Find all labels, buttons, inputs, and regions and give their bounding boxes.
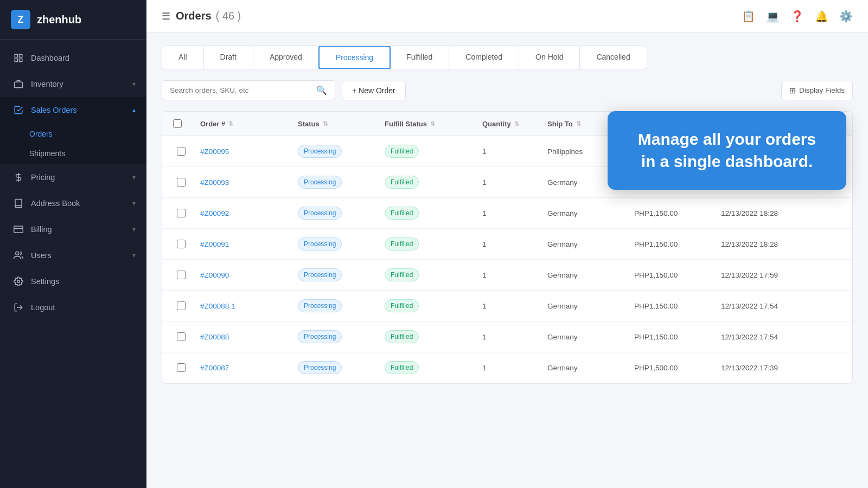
order-number-cell[interactable]: #Z00090 [195,262,292,288]
order-number-cell[interactable]: #Z00093 [195,170,292,195]
tab-processing[interactable]: Processing [318,46,391,69]
ship-to-cell: Germany [542,201,629,226]
row-checkbox-cell[interactable] [168,138,195,164]
select-all-checkbox[interactable] [173,119,182,128]
status-cell: Processing [292,198,379,228]
display-fields-button[interactable]: ⊞ Display Fields [781,81,853,100]
row-checkbox[interactable] [177,363,186,372]
row-checkbox[interactable] [177,240,186,248]
order-number-cell[interactable]: #Z00092 [195,201,292,226]
app-name: zhenhub [37,14,81,26]
row-checkbox-cell[interactable] [168,169,195,195]
created-cell: 12/13/2022 17:54 [716,293,802,319]
new-order-button[interactable]: + New Order [342,81,406,100]
sort-icon: ⇅ [514,120,519,127]
sidebar-item-users[interactable]: Users ▾ [0,242,146,268]
quantity-cell: 1 [477,355,542,381]
order-number-cell[interactable]: #Z00091 [195,232,292,257]
chevron-down-icon: ▾ [132,252,136,259]
tab-approved[interactable]: Approved [253,46,319,69]
created-cell: 12/13/2022 17:59 [716,262,802,288]
hamburger-icon[interactable]: ☰ [162,10,170,22]
total-price-cell: PHP1,150.00 [629,232,716,257]
status-badge-processing: Processing [298,207,342,220]
ship-to-cell: Germany [542,232,629,257]
sidebar-nav: Dashboard Inventory ▾ Sales Orders ▴ Ord… [0,40,146,488]
sidebar-item-label: Dashboard [31,54,69,62]
tooltip-overlay: Manage all your orders in a single dashb… [608,111,846,190]
tab-draft[interactable]: Draft [204,46,253,69]
th-fulfill-status[interactable]: Fulfill Status ⇅ [379,112,477,136]
status-badge-fulfilled: Fulfilled [385,330,419,343]
total-price-cell: PHP1,150.00 [629,324,716,350]
tab-all[interactable]: All [162,46,204,69]
status-badge-processing: Processing [298,361,342,374]
sidebar-item-label: Logout [31,303,55,312]
row-checkbox[interactable] [177,147,186,156]
sidebar-item-sales-orders[interactable]: Sales Orders ▴ [0,97,146,123]
order-number-cell[interactable]: #Z00095 [195,139,292,164]
row-checkbox-cell[interactable] [168,293,195,319]
status-cell: Processing [292,291,379,321]
sidebar-item-address-book[interactable]: Address Book ▾ [0,190,146,216]
th-quantity[interactable]: Quantity ⇅ [477,112,542,136]
tab-completed[interactable]: Completed [449,46,519,69]
tab-fulfilled[interactable]: Fulfilled [390,46,449,69]
sidebar-item-settings[interactable]: Settings [0,268,146,294]
search-input[interactable] [170,86,313,94]
toolbar: 🔍 + New Order ⊞ Display Fields [162,80,853,100]
quantity-cell: 1 [477,293,542,319]
th-order-num[interactable]: Order # ⇅ [195,112,292,136]
sidebar-item-orders[interactable]: Orders [29,124,146,144]
sidebar-item-dashboard[interactable]: Dashboard [0,45,146,71]
row-checkbox[interactable] [177,209,186,217]
tab-cancelled[interactable]: Cancelled [580,46,646,69]
table-row: #Z00092 Processing Fulfilled 1 Germany P… [162,198,852,229]
status-cell: Processing [292,167,379,197]
row-checkbox-cell[interactable] [168,324,195,350]
row-checkbox[interactable] [177,332,186,341]
help-icon[interactable]: ❓ [790,10,804,23]
row-checkbox[interactable] [177,271,186,279]
notification-icon[interactable]: 🔔 [815,10,828,23]
row-checkbox-cell[interactable] [168,200,195,226]
status-cell: Processing [292,322,379,352]
status-badge-processing: Processing [298,145,342,158]
sidebar-item-pricing[interactable]: Pricing ▾ [0,164,146,190]
row-checkbox-cell[interactable] [168,262,195,288]
chevron-down-icon: ▾ [132,226,136,233]
fulfill-status-cell: Fulfilled [379,229,477,259]
status-cell: Processing [292,229,379,259]
search-box[interactable]: 🔍 [162,80,335,100]
status-cell: Processing [292,136,379,166]
row-checkbox-cell[interactable] [168,231,195,257]
clipboard-icon[interactable]: 📋 [742,10,755,23]
status-badge-fulfilled: Fulfilled [385,145,419,158]
sidebar-item-shipments[interactable]: Shipments [29,144,146,163]
logo-area[interactable]: Z zhenhub [0,0,146,40]
order-count: ( 46 ) [216,10,241,22]
sidebar-item-inventory[interactable]: Inventory ▾ [0,71,146,97]
order-number-cell[interactable]: #Z00088.1 [195,293,292,319]
tab-on-hold[interactable]: On Hold [519,46,580,69]
settings-icon [12,275,24,287]
sidebar-item-billing[interactable]: Billing ▾ [0,216,146,242]
laptop-icon[interactable]: 💻 [766,10,780,23]
order-number-cell[interactable]: #Z00088 [195,324,292,350]
chevron-down-icon: ▾ [132,80,136,88]
order-number-cell[interactable]: #Z00087 [195,355,292,381]
sort-icon: ⇅ [323,120,328,127]
settings-icon[interactable]: ⚙️ [839,10,853,23]
sort-icon: ⇅ [576,120,581,127]
quantity-cell: 1 [477,139,542,164]
created-cell: 12/13/2022 18:28 [716,201,802,226]
ship-to-cell: Germany [542,355,629,381]
chevron-down-icon: ▾ [132,200,136,207]
sidebar-item-label: Settings [31,277,59,286]
th-status[interactable]: Status ⇅ [292,112,379,136]
row-checkbox[interactable] [177,301,186,310]
row-checkbox[interactable] [177,178,186,187]
row-checkbox-cell[interactable] [168,355,195,381]
sidebar-item-logout[interactable]: Logout [0,294,146,320]
status-cell: Processing [292,260,379,290]
